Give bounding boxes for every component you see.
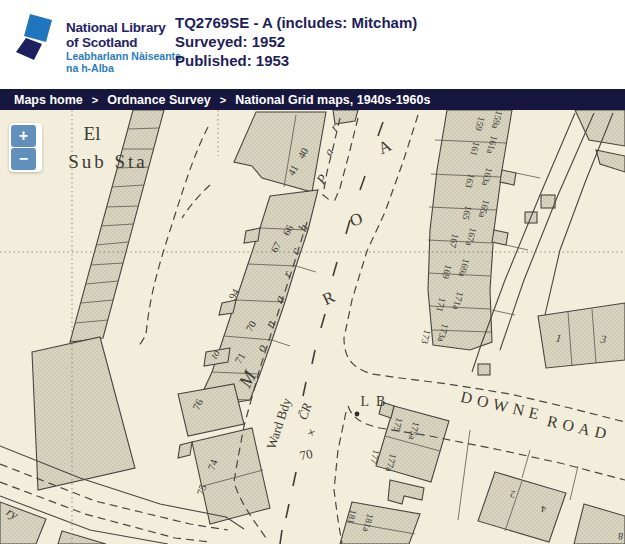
os-map: ElSub StaParAORMonarchWard BdyC̄R+70L BD… — [0, 110, 625, 544]
nls-logo[interactable]: National Library of Scotland Leabharlann… — [12, 12, 181, 74]
map-label: L B — [361, 394, 388, 409]
breadcrumb: Maps home > Ordnance Survey > National G… — [0, 89, 625, 110]
logo-navy-shape — [16, 38, 42, 60]
map-label: El — [84, 123, 101, 144]
breadcrumb-maps-home[interactable]: Maps home — [14, 93, 83, 107]
breadcrumb-separator: > — [92, 94, 98, 106]
logo-line-2: of Scotland — [66, 35, 181, 50]
lb-dot — [355, 412, 360, 417]
map-label: Sub Sta — [68, 151, 148, 172]
logo-gaelic-1: Leabharlann Nàiseanta — [66, 50, 181, 62]
zoom-in-button[interactable]: + — [11, 125, 36, 147]
page: National Library of Scotland Leabharlann… — [0, 0, 625, 544]
sheet-published: Published: 1953 — [175, 51, 417, 70]
site-header: National Library of Scotland Leabharlann… — [0, 0, 625, 89]
logo-gaelic-2: na h-Alba — [66, 62, 181, 74]
map-viewport[interactable]: ElSub StaParAORMonarchWard BdyC̄R+70L BD… — [0, 110, 625, 544]
logo-line-1: National Library — [66, 20, 181, 35]
nls-logo-icon — [12, 12, 60, 70]
nls-logo-text: National Library of Scotland Leabharlann… — [66, 12, 181, 74]
sheet-title: TQ2769SE - A (includes: Mitcham) — [175, 13, 417, 32]
zoom-out-button[interactable]: − — [11, 148, 36, 170]
breadcrumb-ordnance-survey[interactable]: Ordnance Survey — [107, 93, 211, 107]
logo-blue-shape — [24, 14, 52, 42]
breadcrumb-national-grid-maps[interactable]: National Grid maps, 1940s-1960s — [235, 93, 430, 107]
sheet-info: TQ2769SE - A (includes: Mitcham) Surveye… — [175, 13, 417, 70]
breadcrumb-separator: > — [220, 94, 226, 106]
sheet-surveyed: Surveyed: 1952 — [175, 32, 417, 51]
zoom-control: + − — [9, 123, 42, 172]
